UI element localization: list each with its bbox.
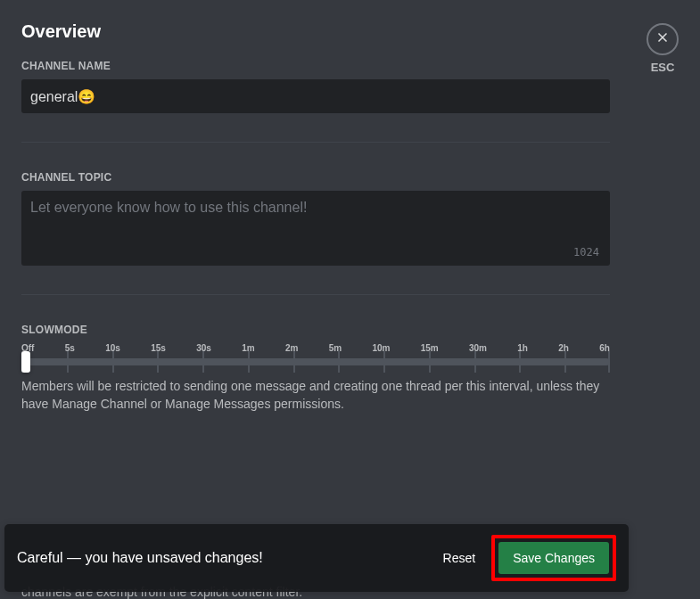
channel-topic-input[interactable] <box>30 200 601 244</box>
unsaved-changes-toast: Careful — you have unsaved changes! Rese… <box>4 524 629 592</box>
slider-thumb[interactable] <box>21 351 30 373</box>
divider <box>21 294 610 295</box>
toast-message: Careful — you have unsaved changes! <box>17 550 431 566</box>
close-button[interactable] <box>646 23 679 55</box>
slider-tick-label: 2m <box>285 343 298 353</box>
page-title: Overview <box>21 21 612 42</box>
char-count: 1024 <box>573 246 599 258</box>
save-highlight: Save Changes <box>491 535 616 581</box>
channel-topic-label: CHANNEL TOPIC <box>21 171 612 184</box>
esc-label: ESC <box>646 61 679 74</box>
slowmode-label: SLOWMODE <box>21 324 612 336</box>
slowmode-slider[interactable] <box>21 358 610 365</box>
divider <box>21 142 610 143</box>
slider-tick-label: 10m <box>372 343 390 353</box>
slider-tick-label: 2h <box>558 343 569 353</box>
slowmode-help-text: Members will be restricted to sending on… <box>21 378 610 413</box>
channel-topic-field[interactable]: 1024 <box>21 191 610 266</box>
slider-tick-label: 30m <box>469 343 487 353</box>
save-changes-button[interactable]: Save Changes <box>498 542 609 574</box>
reset-button[interactable]: Reset <box>431 544 489 572</box>
channel-name-label: CHANNEL NAME <box>21 60 612 72</box>
channel-name-input[interactable] <box>21 79 610 113</box>
close-icon <box>655 29 671 49</box>
slider-labels: Off 5s 10s 15s 30s 1m 2m 5m 10m 15m 30m … <box>21 343 610 353</box>
